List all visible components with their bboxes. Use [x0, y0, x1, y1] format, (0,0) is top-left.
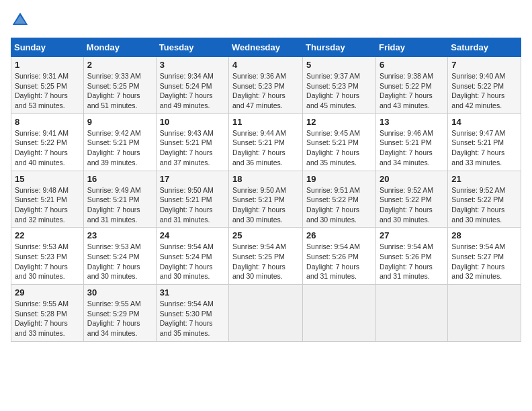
day-number: 31 — [160, 287, 225, 298]
day-number: 10 — [160, 117, 225, 127]
calendar-cell: 17Sunrise: 9:50 AMSunset: 5:21 PMDayligh… — [156, 171, 228, 228]
day-info: Sunrise: 9:45 AMSunset: 5:21 PMDaylight:… — [306, 128, 372, 168]
calendar-cell: 21Sunrise: 9:52 AMSunset: 5:22 PMDayligh… — [448, 171, 521, 228]
calendar-cell — [229, 285, 303, 342]
day-info: Sunrise: 9:50 AMSunset: 5:21 PMDaylight:… — [232, 185, 299, 225]
day-info: Sunrise: 9:51 AMSunset: 5:22 PMDaylight:… — [306, 185, 372, 225]
day-info: Sunrise: 9:54 AMSunset: 5:27 PMDaylight:… — [451, 242, 517, 281]
calendar-cell: 24Sunrise: 9:54 AMSunset: 5:24 PMDayligh… — [156, 228, 228, 285]
day-number: 6 — [380, 60, 444, 70]
col-header-thursday: Thursday — [303, 38, 376, 57]
calendar-week-row: 29Sunrise: 9:55 AMSunset: 5:28 PMDayligh… — [11, 285, 521, 342]
calendar-cell: 15Sunrise: 9:48 AMSunset: 5:21 PMDayligh… — [11, 171, 84, 228]
calendar-cell: 16Sunrise: 9:49 AMSunset: 5:21 PMDayligh… — [83, 171, 156, 228]
calendar-cell: 31Sunrise: 9:54 AMSunset: 5:30 PMDayligh… — [156, 285, 228, 342]
day-number: 15 — [15, 174, 80, 184]
day-info: Sunrise: 9:50 AMSunset: 5:21 PMDaylight:… — [160, 185, 225, 225]
calendar-week-row: 8Sunrise: 9:41 AMSunset: 5:22 PMDaylight… — [11, 113, 521, 171]
day-number: 17 — [160, 174, 225, 184]
calendar-cell — [303, 285, 376, 342]
day-info: Sunrise: 9:40 AMSunset: 5:22 PMDaylight:… — [451, 71, 517, 111]
day-info: Sunrise: 9:54 AMSunset: 5:24 PMDaylight:… — [160, 242, 225, 281]
logo — [11, 11, 32, 30]
day-number: 2 — [87, 60, 152, 70]
page-header — [11, 11, 521, 30]
day-info: Sunrise: 9:49 AMSunset: 5:21 PMDaylight:… — [87, 185, 152, 225]
day-number: 18 — [232, 174, 299, 184]
day-number: 29 — [15, 287, 80, 298]
calendar-week-row: 1Sunrise: 9:31 AMSunset: 5:25 PMDaylight… — [11, 57, 521, 114]
day-number: 26 — [306, 230, 372, 240]
day-info: Sunrise: 9:34 AMSunset: 5:24 PMDaylight:… — [160, 71, 225, 111]
calendar-cell: 11Sunrise: 9:44 AMSunset: 5:21 PMDayligh… — [229, 113, 303, 171]
day-number: 14 — [451, 117, 517, 127]
calendar-cell: 20Sunrise: 9:52 AMSunset: 5:22 PMDayligh… — [375, 171, 447, 228]
day-number: 24 — [160, 230, 225, 240]
calendar-cell: 19Sunrise: 9:51 AMSunset: 5:22 PMDayligh… — [303, 171, 376, 228]
calendar-cell: 29Sunrise: 9:55 AMSunset: 5:28 PMDayligh… — [11, 285, 84, 342]
calendar-cell: 28Sunrise: 9:54 AMSunset: 5:27 PMDayligh… — [448, 228, 521, 285]
calendar-cell: 25Sunrise: 9:54 AMSunset: 5:25 PMDayligh… — [229, 228, 303, 285]
col-header-monday: Monday — [83, 38, 156, 57]
day-info: Sunrise: 9:52 AMSunset: 5:22 PMDaylight:… — [451, 185, 517, 225]
day-number: 12 — [306, 117, 372, 127]
day-info: Sunrise: 9:53 AMSunset: 5:23 PMDaylight:… — [15, 242, 80, 281]
day-info: Sunrise: 9:54 AMSunset: 5:26 PMDaylight:… — [380, 242, 444, 281]
calendar-cell: 30Sunrise: 9:55 AMSunset: 5:29 PMDayligh… — [83, 285, 156, 342]
day-info: Sunrise: 9:31 AMSunset: 5:25 PMDaylight:… — [15, 71, 80, 111]
day-info: Sunrise: 9:48 AMSunset: 5:21 PMDaylight:… — [15, 185, 80, 225]
day-number: 28 — [451, 230, 517, 240]
calendar-cell: 2Sunrise: 9:33 AMSunset: 5:25 PMDaylight… — [83, 57, 156, 114]
day-number: 16 — [87, 174, 152, 184]
calendar-cell: 18Sunrise: 9:50 AMSunset: 5:21 PMDayligh… — [229, 171, 303, 228]
day-number: 19 — [306, 174, 372, 184]
calendar-cell: 13Sunrise: 9:46 AMSunset: 5:21 PMDayligh… — [375, 113, 447, 171]
day-info: Sunrise: 9:47 AMSunset: 5:21 PMDaylight:… — [451, 128, 517, 168]
day-info: Sunrise: 9:52 AMSunset: 5:22 PMDaylight:… — [380, 185, 444, 225]
calendar-cell: 6Sunrise: 9:38 AMSunset: 5:22 PMDaylight… — [375, 57, 447, 114]
day-info: Sunrise: 9:55 AMSunset: 5:28 PMDaylight:… — [15, 299, 80, 338]
calendar-cell: 3Sunrise: 9:34 AMSunset: 5:24 PMDaylight… — [156, 57, 228, 114]
day-number: 3 — [160, 60, 225, 70]
logo-icon — [11, 11, 30, 30]
calendar-cell: 10Sunrise: 9:43 AMSunset: 5:21 PMDayligh… — [156, 113, 228, 171]
day-info: Sunrise: 9:42 AMSunset: 5:21 PMDaylight:… — [87, 128, 152, 168]
calendar-cell: 1Sunrise: 9:31 AMSunset: 5:25 PMDaylight… — [11, 57, 84, 114]
day-number: 1 — [15, 60, 80, 70]
day-number: 27 — [380, 230, 444, 240]
day-number: 11 — [232, 117, 299, 127]
day-info: Sunrise: 9:36 AMSunset: 5:23 PMDaylight:… — [232, 71, 299, 111]
calendar-cell: 14Sunrise: 9:47 AMSunset: 5:21 PMDayligh… — [448, 113, 521, 171]
col-header-friday: Friday — [375, 38, 447, 57]
day-number: 5 — [306, 60, 372, 70]
calendar-week-row: 22Sunrise: 9:53 AMSunset: 5:23 PMDayligh… — [11, 228, 521, 285]
day-info: Sunrise: 9:38 AMSunset: 5:22 PMDaylight:… — [380, 71, 444, 111]
day-info: Sunrise: 9:43 AMSunset: 5:21 PMDaylight:… — [160, 128, 225, 168]
day-number: 13 — [380, 117, 444, 127]
calendar-week-row: 15Sunrise: 9:48 AMSunset: 5:21 PMDayligh… — [11, 171, 521, 228]
day-number: 23 — [87, 230, 152, 240]
calendar-cell: 9Sunrise: 9:42 AMSunset: 5:21 PMDaylight… — [83, 113, 156, 171]
calendar-cell: 7Sunrise: 9:40 AMSunset: 5:22 PMDaylight… — [448, 57, 521, 114]
day-info: Sunrise: 9:53 AMSunset: 5:24 PMDaylight:… — [87, 242, 152, 281]
calendar-cell — [375, 285, 447, 342]
day-number: 25 — [232, 230, 299, 240]
col-header-wednesday: Wednesday — [229, 38, 303, 57]
calendar-table: SundayMondayTuesdayWednesdayThursdayFrid… — [11, 38, 521, 342]
calendar-cell: 8Sunrise: 9:41 AMSunset: 5:22 PMDaylight… — [11, 113, 84, 171]
day-number: 30 — [87, 287, 152, 298]
calendar-cell: 5Sunrise: 9:37 AMSunset: 5:23 PMDaylight… — [303, 57, 376, 114]
day-number: 7 — [451, 60, 517, 70]
calendar-cell: 12Sunrise: 9:45 AMSunset: 5:21 PMDayligh… — [303, 113, 376, 171]
day-info: Sunrise: 9:44 AMSunset: 5:21 PMDaylight:… — [232, 128, 299, 168]
day-number: 20 — [380, 174, 444, 184]
calendar-cell: 23Sunrise: 9:53 AMSunset: 5:24 PMDayligh… — [83, 228, 156, 285]
day-number: 4 — [232, 60, 299, 70]
col-header-saturday: Saturday — [448, 38, 521, 57]
calendar-cell: 27Sunrise: 9:54 AMSunset: 5:26 PMDayligh… — [375, 228, 447, 285]
calendar-cell: 22Sunrise: 9:53 AMSunset: 5:23 PMDayligh… — [11, 228, 84, 285]
day-number: 9 — [87, 117, 152, 127]
day-info: Sunrise: 9:37 AMSunset: 5:23 PMDaylight:… — [306, 71, 372, 111]
calendar-cell — [448, 285, 521, 342]
day-number: 22 — [15, 230, 80, 240]
